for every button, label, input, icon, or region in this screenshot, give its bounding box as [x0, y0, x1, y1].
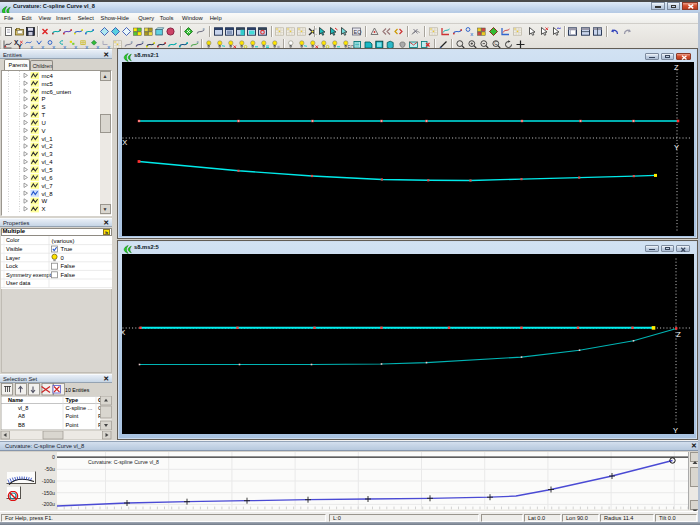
svg-text:Point: Point [66, 422, 79, 428]
svg-text:V: V [42, 127, 46, 133]
svg-text:vl_2: vl_2 [42, 143, 54, 149]
svg-text:Point: Point [66, 413, 79, 419]
svg-text:-200u: -200u [42, 501, 55, 507]
svg-text:Color: Color [6, 237, 20, 243]
svg-text:-50u: -50u [45, 466, 55, 472]
svg-text:X: X [122, 328, 125, 337]
svg-text:Type: Type [66, 397, 79, 403]
svg-text:C-spline ...: C-spline ... [66, 405, 93, 411]
svg-text:vl_4: vl_4 [42, 159, 54, 165]
svg-text:Y: Y [673, 426, 678, 434]
svg-text:EQ: EQ [354, 28, 363, 34]
svg-text:Z: Z [674, 63, 679, 72]
svg-text:Curvature: C-spline Curve vl_8: Curvature: C-spline Curve vl_8 [88, 459, 159, 465]
svg-text:Y: Y [674, 142, 679, 151]
svg-text:False: False [61, 272, 76, 278]
svg-text:User data: User data [6, 280, 31, 286]
svg-text:Visible: Visible [6, 246, 22, 252]
svg-text:vl_8: vl_8 [18, 405, 28, 411]
svg-text:vl_5: vl_5 [42, 167, 54, 173]
svg-text:Name: Name [8, 397, 23, 403]
svg-text:W: W [42, 198, 48, 204]
svg-text:vl_3: vl_3 [42, 151, 54, 157]
svg-text:mc6_unten: mc6_unten [42, 88, 72, 94]
svg-text:0: 0 [52, 454, 55, 460]
svg-text:T: T [42, 112, 46, 118]
svg-text:0: 0 [61, 255, 65, 261]
svg-text:A8: A8 [18, 413, 25, 419]
svg-text:vl_1: vl_1 [42, 135, 54, 141]
svg-text:Symmetry exempt: Symmetry exempt [6, 272, 52, 278]
svg-text:vl_6: vl_6 [42, 174, 54, 180]
svg-text:vl_7: vl_7 [42, 182, 54, 188]
svg-text:Layer: Layer [6, 255, 20, 261]
svg-text:-150u: -150u [42, 490, 55, 496]
svg-text:X: X [42, 206, 46, 212]
svg-text:U: U [42, 119, 46, 125]
svg-text:mc4: mc4 [42, 72, 54, 78]
svg-text:Lock: Lock [6, 263, 18, 269]
svg-text:mc5: mc5 [42, 80, 54, 86]
svg-text:B8: B8 [18, 422, 25, 428]
svg-text:False: False [61, 263, 76, 269]
svg-text:True: True [61, 246, 74, 252]
svg-text:S: S [42, 104, 46, 110]
svg-text:Z: Z [676, 329, 681, 338]
svg-text:10 Entities: 10 Entities [65, 387, 90, 393]
svg-text:(various): (various) [52, 238, 75, 244]
svg-text:X: X [122, 138, 127, 147]
svg-text:-100u: -100u [42, 478, 55, 484]
svg-text:x: x [470, 30, 473, 36]
svg-text:P: P [42, 96, 46, 102]
svg-text:vl_8: vl_8 [42, 190, 54, 196]
